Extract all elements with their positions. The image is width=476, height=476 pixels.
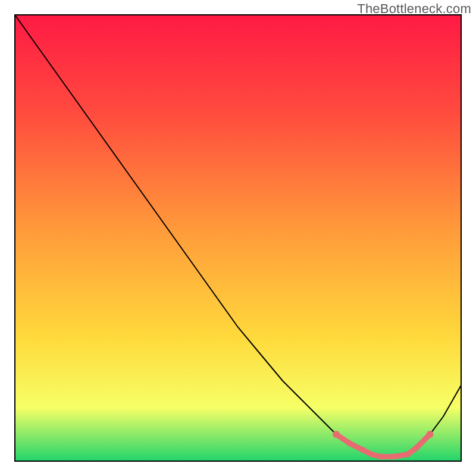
watermark-label: TheBottleneck.com [357,1,471,17]
optimal-range-dot [392,454,397,460]
optimal-range-dot [427,431,434,438]
optimal-range-dot [333,431,340,438]
optimal-range-dot [347,440,353,446]
optimal-range-dot [378,454,384,460]
optimal-range-dot [360,447,366,453]
optimal-range-dot [414,445,419,451]
optimal-range-dot [405,452,411,458]
optimal-range-dot [369,452,375,458]
plot-background [15,15,461,461]
bottleneck-chart [0,0,476,476]
